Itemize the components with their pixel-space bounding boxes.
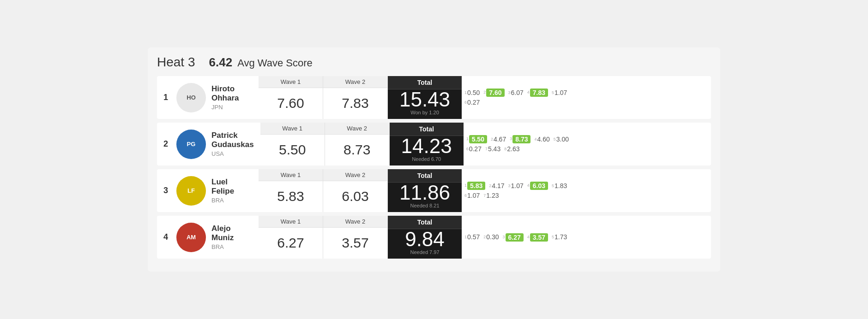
wave-score: 0.27 [469, 145, 482, 153]
total-value: 11.86 [388, 183, 462, 203]
wave-item: 6 0.27 [464, 99, 480, 106]
wave-item: 5 1.83 [552, 182, 567, 189]
total-header: Total [388, 216, 462, 229]
wave-num: 5 [552, 89, 554, 96]
rank-number: 2 [163, 139, 171, 149]
wave-item: 3 1.07 [508, 182, 524, 189]
wave-num: 4 [534, 136, 536, 143]
surfer-row: 3 LF LuelFelipe BRA Wave 1 5.83 Wave 2 6… [157, 169, 711, 212]
surfer-info: 1 HO HirotoOhhara JPN [157, 76, 259, 119]
detail-row-1: 1 5.50 2 4.67 3 8.73 4 4.60 5 3.00 [466, 135, 705, 143]
wave-item: 1 0.50 [464, 89, 480, 96]
wave1-header: Wave 1 [259, 216, 323, 228]
wave2-header: Wave 2 [325, 123, 389, 135]
wave-score: 8.73 [512, 135, 530, 143]
total-col: Total 9.84 Needed 7.97 [388, 216, 462, 259]
heat-title: Heat 3 [157, 55, 195, 70]
wave-score: 6.27 [506, 233, 524, 242]
surfer-row: 4 AM AlejoMuniz BRA Wave 1 6.27 Wave 2 3… [157, 216, 711, 259]
detail-row-2: 6 1.07 7 1.23 [464, 192, 705, 199]
surfer-country: USA [211, 150, 254, 157]
wave1-col: Wave 1 5.83 [259, 169, 323, 212]
total-header: Total [388, 76, 462, 89]
detail-row-1: 1 0.50 2 7.60 3 6.07 4 7.83 5 1.07 [464, 89, 705, 97]
wave-num: 5 [554, 136, 556, 143]
total-sub: Needed 8.21 [388, 203, 462, 212]
wave-item: 8 2.63 [504, 145, 519, 153]
wave-item: 7 5.43 [485, 145, 500, 153]
total-header: Total [388, 169, 462, 183]
wave-num: 7 [483, 192, 486, 199]
wave2-header: Wave 2 [323, 216, 387, 228]
wave-item: 7 1.23 [483, 192, 499, 199]
wave-score: 1.07 [555, 89, 567, 96]
scores-section: Wave 1 5.83 Wave 2 6.03 Total 11.86 Need… [259, 169, 711, 212]
avg-wave-score: 6.42 Avg Wave Score [209, 55, 313, 70]
header: Heat 3 6.42 Avg Wave Score [157, 55, 711, 70]
wave2-value: 3.57 [323, 228, 387, 259]
scores-section: Wave 1 5.50 Wave 2 8.73 Total 14.23 Need… [260, 123, 711, 165]
wave-score: 1.23 [486, 192, 499, 199]
avatar: HO [176, 83, 206, 112]
wave1-col: Wave 1 5.50 [260, 123, 325, 165]
wave-item: 3 8.73 [510, 135, 530, 143]
wave-score: 0.27 [467, 99, 480, 106]
surfer-name-block: LuelFelipe BRA [211, 177, 234, 204]
wave1-header: Wave 1 [259, 76, 323, 88]
waves-detail: 1 0.50 2 7.60 3 6.07 4 7.83 5 1.07 6 0.2… [462, 76, 711, 119]
wave1-value: 6.27 [259, 228, 323, 259]
wave2-col: Wave 2 7.83 [323, 76, 388, 119]
surfer-name: HirotoOhhara [211, 84, 239, 103]
total-sub: Won by 1.20 [388, 110, 462, 119]
wave2-header: Wave 2 [323, 169, 387, 181]
scores-section: Wave 1 6.27 Wave 2 3.57 Total 9.84 Neede… [259, 216, 711, 259]
wave-item: 2 4.17 [489, 182, 504, 189]
surfers-list: 1 HO HirotoOhhara JPN Wave 1 7.60 Wave 2… [157, 76, 711, 259]
rank-number: 4 [163, 232, 171, 242]
wave-num: 5 [552, 233, 554, 241]
wave1-value: 7.60 [259, 88, 323, 119]
surfer-name-block: PatrickGudauskas USA [211, 131, 254, 158]
wave-num: 7 [485, 145, 488, 153]
wave-score: 7.83 [530, 89, 548, 97]
wave-score: 6.07 [511, 89, 524, 96]
total-sub: Needed 6.70 [390, 156, 464, 165]
wave-item: 2 4.67 [491, 136, 506, 143]
wave-score: 3.00 [556, 136, 569, 143]
wave-item: 3 6.07 [508, 89, 524, 96]
total-value: 15.43 [388, 89, 462, 110]
surfer-name: PatrickGudauskas [211, 131, 254, 150]
wave-score: 2.63 [507, 145, 519, 153]
wave-num: 3 [503, 233, 505, 241]
total-col: Total 11.86 Needed 8.21 [388, 169, 462, 212]
wave-score: 6.03 [530, 182, 548, 190]
heat-container: Heat 3 6.42 Avg Wave Score 1 HO HirotoOh… [148, 47, 720, 272]
wave-score: 4.17 [492, 182, 504, 189]
wave-num: 2 [483, 233, 486, 241]
avg-score-label: Avg Wave Score [237, 57, 313, 69]
total-value: 9.84 [388, 229, 462, 249]
wave-item: 1 0.57 [464, 233, 480, 241]
wave-num: 4 [527, 233, 530, 241]
surfer-country: JPN [211, 104, 239, 111]
wave-score: 3.57 [530, 233, 548, 242]
wave-score: 0.50 [467, 89, 480, 96]
wave-item: 5 1.07 [552, 89, 567, 96]
wave-item: 1 5.83 [464, 182, 485, 190]
waves-detail: 1 5.50 2 4.67 3 8.73 4 4.60 5 3.00 6 0.2… [464, 123, 711, 165]
waves-detail: 1 0.57 2 0.30 3 6.27 4 3.57 5 1.73 [462, 216, 711, 259]
wave-score: 7.60 [486, 89, 504, 97]
waves-detail: 1 5.83 2 4.17 3 1.07 4 6.03 5 1.83 6 1.0… [462, 169, 711, 212]
surfer-info: 3 LF LuelFelipe BRA [157, 169, 259, 212]
wave-score: 1.83 [555, 182, 567, 189]
wave-score: 1.07 [467, 192, 480, 199]
wave-num: 1 [464, 182, 467, 189]
surfer-country: BRA [211, 243, 234, 250]
wave2-header: Wave 2 [323, 76, 387, 88]
wave-num: 3 [508, 89, 511, 96]
wave2-col: Wave 2 3.57 [323, 216, 388, 259]
wave-score: 5.83 [467, 182, 485, 190]
wave-item: 5 1.73 [552, 233, 567, 241]
wave-score: 1.07 [511, 182, 524, 189]
wave-item: 4 3.57 [527, 233, 548, 242]
